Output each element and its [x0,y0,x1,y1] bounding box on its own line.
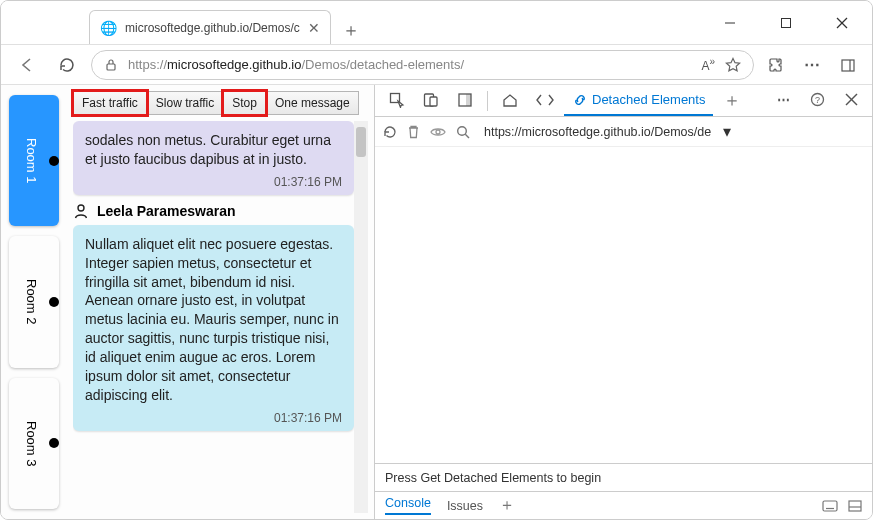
devtools-panel: Detached Elements ＋ ⋯ ? [374,85,872,519]
room-label: Room 1 [24,138,39,184]
scrollbar-thumb[interactable] [356,127,366,157]
keyboard-icon[interactable] [822,500,838,512]
one-message-button[interactable]: One message [266,91,359,115]
globe-icon: 🌐 [100,20,117,36]
room-label: Room 2 [24,279,39,325]
svg-rect-4 [107,64,115,70]
drawer-tab-issues[interactable]: Issues [447,499,483,513]
browser-tab-strip: 🌐 microsoftedge.github.io/Demos/c ✕ ＋ [9,10,708,44]
address-bar[interactable]: https://microsoftedge.github.io/Demos/de… [91,50,754,80]
svg-rect-10 [430,97,437,106]
message-bubble: Nullam aliquet elit nec posuere egestas.… [73,225,354,431]
new-tab-button[interactable]: ＋ [337,16,365,44]
detached-toolbar: https://microsoftedge.github.io/Demos/de… [375,117,872,147]
svg-point-17 [436,130,440,134]
help-button[interactable]: ? [802,86,833,116]
refresh-button[interactable] [51,49,83,81]
device-emulation-button[interactable] [415,86,447,116]
avatar-icon [73,203,89,219]
status-text: Press Get Detached Elements to begin [385,471,601,485]
slow-traffic-button[interactable]: Slow traffic [147,91,223,115]
extensions-button[interactable] [762,51,790,79]
url-text: https://microsoftedge.github.io/Demos/de… [128,57,691,72]
message-time: 01:37:16 PM [85,175,342,189]
more-tools-button[interactable]: ⋯ [769,86,798,116]
close-devtools-button[interactable] [837,86,866,116]
stop-button[interactable]: Stop [223,91,266,115]
svg-rect-1 [782,19,791,28]
room-label: Room 3 [24,421,39,467]
tab-label: Detached Elements [592,92,705,107]
browser-tab-active[interactable]: 🌐 microsoftedge.github.io/Demos/c ✕ [89,10,331,44]
tab-title: microsoftedge.github.io/Demos/c [125,21,300,35]
tab-elements[interactable] [528,86,562,116]
svg-rect-22 [849,501,861,511]
close-icon[interactable]: ✕ [308,20,320,36]
favorite-icon[interactable] [725,57,741,73]
dot-icon [49,156,59,166]
drawer-tab-console[interactable]: Console [385,496,431,515]
message-author: Leela Parameswaran [73,203,354,219]
svg-line-19 [465,134,469,138]
tab-detached-elements[interactable]: Detached Elements [564,86,713,116]
svg-rect-5 [842,60,854,71]
refresh-icon[interactable] [383,125,397,139]
inspect-button[interactable] [381,86,413,116]
message-text: Nullam aliquet elit nec posuere egestas.… [85,235,342,405]
devtools-url: https://microsoftedge.github.io/Demos/de [484,125,711,139]
devtools-tab-bar: Detached Elements ＋ ⋯ ? [375,85,872,117]
svg-rect-20 [823,501,837,511]
content-split: Room 1 Room 2 Room 3 Fast traffic Slow t… [1,85,872,519]
read-aloud-icon[interactable]: A» [701,56,715,73]
tab-add[interactable]: ＋ [715,86,749,116]
devtools-body [375,147,872,463]
message-bubble: sodales non metus. Curabitur eget urna e… [73,121,354,195]
message-list: sodales non metus. Curabitur eget urna e… [73,121,368,513]
dot-icon [49,438,59,448]
dock-button[interactable] [449,86,481,116]
devtools-status-bar: Press Get Detached Elements to begin [375,463,872,491]
fast-traffic-button[interactable]: Fast traffic [73,91,147,115]
dot-icon [49,297,59,307]
svg-point-7 [78,205,84,211]
more-button[interactable]: ⋯ [798,51,826,79]
scrollbar-track[interactable] [354,121,368,513]
chevron-down-icon[interactable]: ▾ [723,122,731,141]
close-window-button[interactable] [820,8,864,38]
svg-text:?: ? [815,95,820,105]
tab-welcome[interactable] [494,86,526,116]
svg-point-18 [458,126,467,135]
room-tab-3[interactable]: Room 3 [9,378,59,509]
devtools-drawer: Console Issues ＋ [375,491,872,519]
page-content: Room 1 Room 2 Room 3 Fast traffic Slow t… [1,85,374,519]
collections-button[interactable] [834,51,862,79]
drawer-add[interactable]: ＋ [499,495,515,516]
dock-side-icon[interactable] [848,500,862,512]
trash-icon[interactable] [407,125,420,139]
window-titlebar: 🌐 microsoftedge.github.io/Demos/c ✕ ＋ [1,1,872,45]
author-name: Leela Parameswaran [97,203,236,219]
browser-toolbar: https://microsoftedge.github.io/Demos/de… [1,45,872,85]
message-time: 01:37:16 PM [85,411,342,425]
message-text: sodales non metus. Curabitur eget urna e… [85,131,342,169]
room-tab-2[interactable]: Room 2 [9,236,59,367]
back-button[interactable] [11,49,43,81]
traffic-toolbar: Fast traffic Slow traffic Stop One messa… [73,91,368,115]
eye-icon[interactable] [430,126,446,138]
room-tab-1[interactable]: Room 1 [9,95,59,226]
chat-panel: Fast traffic Slow traffic Stop One messa… [67,85,374,519]
svg-rect-12 [466,94,471,106]
window-controls [708,8,864,38]
search-icon[interactable] [456,125,470,139]
maximize-button[interactable] [764,8,808,38]
room-list: Room 1 Room 2 Room 3 [1,85,67,519]
lock-icon [104,58,118,72]
minimize-button[interactable] [708,8,752,38]
